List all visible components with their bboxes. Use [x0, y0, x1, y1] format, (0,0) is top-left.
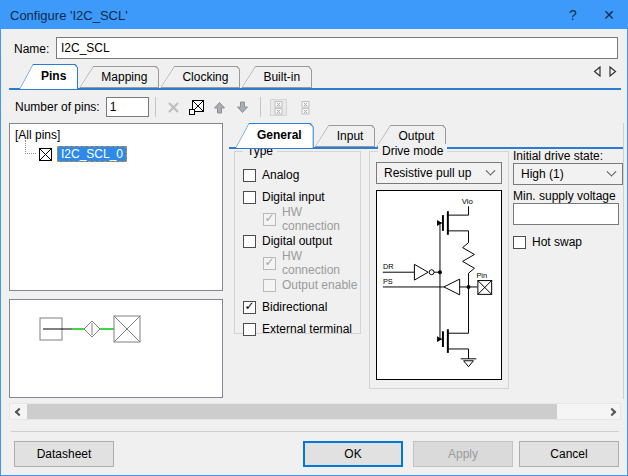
checkbox-bidirectional[interactable]: Bidirectional [235, 296, 360, 318]
datasheet-button[interactable]: Datasheet [14, 441, 114, 467]
number-of-pins-label: Number of pins: [15, 100, 100, 114]
checkbox-box [243, 323, 256, 336]
checkbox-box [243, 191, 256, 204]
pin-icon [39, 148, 52, 161]
pins-toolbar: Number of pins: [9, 93, 621, 121]
tab-scroll-arrows [593, 62, 617, 77]
checkbox-external-terminal[interactable]: External terminal [235, 318, 360, 340]
tab-scroll-right-icon[interactable] [608, 66, 617, 77]
tab-input[interactable]: Input [315, 125, 376, 147]
footer-divider [11, 431, 619, 432]
checkbox-box [263, 213, 276, 226]
scrollbar-thumb[interactable] [27, 404, 557, 419]
svg-text:DR: DR [383, 262, 394, 271]
svg-text:PS: PS [383, 277, 393, 286]
checkbox-output-enable[interactable]: Output enable [235, 274, 360, 296]
tab-scroll-left-icon[interactable] [593, 66, 602, 77]
pin-tree-panel: [All pins] I2C_SCL_0 [9, 123, 223, 291]
min-supply-voltage-input[interactable] [513, 203, 619, 225]
number-of-pins-input[interactable] [106, 97, 149, 117]
horizontal-scrollbar[interactable] [9, 403, 621, 420]
checkbox-box [263, 257, 276, 270]
drive-mode-group: Drive mode Resistive pull up Vio DR [369, 151, 509, 389]
apply-button[interactable]: Apply [413, 441, 513, 467]
scroll-right-icon[interactable] [603, 404, 620, 419]
tab-general[interactable]: General [235, 123, 314, 149]
pin-detail-panel: General Input Output Type Analog Digital… [229, 123, 624, 399]
configure-pin-dialog: Configure 'I2C_SCL' ? ✕ Name: Pins Mappi… [0, 0, 628, 476]
pin-preview-panel [9, 299, 223, 398]
add-pin-icon[interactable] [187, 98, 206, 117]
main-tab-strip: Pins Mapping Clocking Built-in [9, 62, 621, 90]
drive-mode-diagram: Vio DR PS Pin [376, 190, 502, 380]
chevron-down-icon [607, 166, 617, 176]
tab-pins[interactable]: Pins [19, 64, 78, 90]
tree-root-all-pins[interactable]: [All pins] [15, 128, 222, 142]
initial-drive-state-select[interactable]: High (1) [513, 163, 623, 185]
checkbox-box [243, 235, 256, 248]
chain-pins-icon[interactable] [269, 98, 288, 117]
close-button[interactable]: ✕ [591, 1, 627, 29]
unchain-pins-icon[interactable] [296, 98, 315, 117]
svg-text:Vio: Vio [462, 197, 474, 206]
move-up-icon[interactable] [210, 98, 229, 117]
svg-text:Pin: Pin [476, 271, 487, 280]
name-label: Name: [14, 42, 49, 56]
checkbox-analog[interactable]: Analog [235, 164, 360, 186]
ok-button[interactable]: OK [303, 441, 403, 467]
cancel-button[interactable]: Cancel [519, 441, 619, 467]
checkbox-hot-swap[interactable]: Hot swap [513, 235, 582, 249]
tab-clocking[interactable]: Clocking [160, 66, 240, 88]
chevron-down-icon [486, 165, 496, 175]
checkbox-box [243, 301, 256, 314]
delete-pin-icon[interactable] [164, 98, 183, 117]
checkbox-box [243, 169, 256, 182]
initial-drive-state-label: Initial drive state: [513, 149, 603, 163]
tree-elbow-connector [25, 140, 36, 154]
checkbox-box [263, 279, 276, 292]
window-title: Configure 'I2C_SCL' [10, 8, 128, 23]
min-supply-voltage-label: Min. supply voltage [513, 189, 616, 203]
name-input[interactable] [56, 37, 618, 59]
checkbox-box [513, 236, 526, 249]
tab-mapping[interactable]: Mapping [79, 66, 159, 88]
tree-item-pin[interactable]: I2C_SCL_0 [15, 146, 222, 162]
help-button[interactable]: ? [555, 1, 591, 29]
drive-mode-select[interactable]: Resistive pull up [376, 162, 502, 184]
move-down-icon[interactable] [233, 98, 252, 117]
title-bar: Configure 'I2C_SCL' ? ✕ [1, 1, 627, 29]
checkbox-hw-connection-output[interactable]: HW connection [235, 252, 360, 274]
tree-item-label: I2C_SCL_0 [57, 146, 127, 162]
scroll-left-icon[interactable] [10, 404, 27, 419]
type-group: Type Analog Digital input HW connection … [234, 151, 361, 334]
tab-built-in[interactable]: Built-in [241, 66, 312, 88]
pin-preview-schematic [10, 300, 222, 397]
checkbox-hw-connection-input[interactable]: HW connection [235, 208, 360, 230]
drive-mode-group-title: Drive mode [378, 144, 447, 158]
toolbar-separator [155, 97, 156, 117]
toolbar-separator [260, 97, 261, 117]
